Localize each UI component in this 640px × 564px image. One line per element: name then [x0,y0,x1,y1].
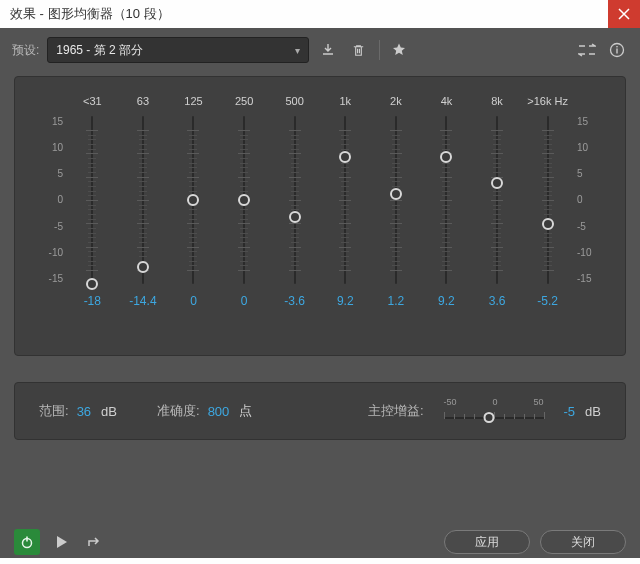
range-value[interactable]: 36 [77,404,91,419]
power-toggle[interactable] [14,529,40,555]
master-gain-slider[interactable]: -50 0 50 [444,399,544,423]
accuracy-group: 准确度: 800 点 [157,402,252,420]
delete-preset-icon[interactable] [347,39,369,61]
import-preset-icon[interactable] [317,39,339,61]
band-thumb[interactable] [137,261,149,273]
band-slider[interactable] [436,116,456,284]
scale-tick: 0 [577,194,583,205]
master-scale-mid: 0 [493,397,498,407]
band-freq-label: 2k [390,95,402,116]
band-freq-label: 1k [339,95,351,116]
band-freq-label: <31 [83,95,102,116]
band-freq-label: >16k Hz [527,95,568,116]
favorite-icon[interactable] [388,39,410,61]
eq-band: 1k9.2 [321,95,369,343]
eq-band: >16k Hz-5.2 [524,95,572,343]
apply-button[interactable]: 应用 [444,530,530,554]
svg-rect-2 [616,49,617,54]
range-label: 范围: [39,402,69,420]
eq-band: 63-14.4 [119,95,167,343]
band-slider[interactable] [82,116,102,284]
band-freq-label: 125 [184,95,202,116]
master-gain-value[interactable]: -5 [564,404,576,419]
eq-band: 500-3.6 [271,95,319,343]
eq-bands: <31-1863-14.412502500500-3.61k9.22k1.24k… [67,95,573,343]
scale-tick: 15 [52,116,63,127]
preset-toolbar: 预设: 1965 - 第 2 部分 ▾ [0,28,640,72]
preset-dropdown[interactable]: 1965 - 第 2 部分 ▾ [47,37,309,63]
band-slider[interactable] [335,116,355,284]
band-freq-label: 500 [285,95,303,116]
band-value[interactable]: 3.6 [489,294,506,310]
eq-band: <31-18 [68,95,116,343]
band-value[interactable]: 1.2 [388,294,405,310]
scale-tick: 5 [577,168,583,179]
band-thumb[interactable] [491,177,503,189]
scale-tick: 0 [57,194,63,205]
band-value[interactable]: -5.2 [537,294,558,310]
band-freq-label: 63 [137,95,149,116]
chevron-down-icon: ▾ [295,45,300,56]
window-close-button[interactable] [608,0,640,28]
master-gain-label: 主控增益: [368,402,424,420]
eq-band: 4k9.2 [422,95,470,343]
accuracy-label: 准确度: [157,402,200,420]
close-button[interactable]: 关闭 [540,530,626,554]
accuracy-value[interactable]: 800 [208,404,230,419]
preset-label: 预设: [12,42,39,59]
band-value[interactable]: 0 [190,294,197,310]
scale-tick: -10 [577,247,591,258]
band-value[interactable]: 0 [241,294,248,310]
info-icon[interactable] [606,39,628,61]
band-thumb[interactable] [187,194,199,206]
svg-rect-4 [26,537,28,542]
band-freq-label: 8k [491,95,503,116]
band-thumb[interactable] [440,151,452,163]
band-value[interactable]: -3.6 [284,294,305,310]
master-gain-group: 主控增益: -50 0 50 -5 dB [368,399,601,423]
scale-left: 151050-5-10-15 [37,95,67,343]
band-slider[interactable] [133,116,153,284]
scale-tick: -15 [577,273,591,284]
scale-tick: -15 [49,273,63,284]
master-scale-max: 50 [534,397,544,407]
eq-band: 1250 [169,95,217,343]
toolbar-separator [379,40,380,60]
eq-band: 2k1.2 [372,95,420,343]
equalizer-panel: 151050-5-10-15 <31-1863-14.412502500500-… [14,76,626,356]
scale-tick: -10 [49,247,63,258]
band-freq-label: 250 [235,95,253,116]
band-thumb[interactable] [390,188,402,200]
band-slider[interactable] [234,116,254,284]
band-thumb[interactable] [339,151,351,163]
title-bar: 效果 - 图形均衡器（10 段） [0,0,640,28]
footer-panel: 范围: 36 dB 准确度: 800 点 主控增益: -50 0 50 -5 d… [14,382,626,440]
band-slider[interactable] [285,116,305,284]
scale-tick: -5 [54,221,63,232]
band-value[interactable]: -14.4 [129,294,156,310]
band-slider[interactable] [183,116,203,284]
scale-tick: -5 [577,221,586,232]
master-gain-thumb[interactable] [483,412,494,423]
scale-tick: 5 [57,168,63,179]
band-slider[interactable] [538,116,558,284]
play-button[interactable] [50,530,74,554]
band-value[interactable]: 9.2 [438,294,455,310]
svg-rect-1 [616,46,617,47]
eq-band: 8k3.6 [473,95,521,343]
routing-icon[interactable] [576,39,598,61]
band-thumb[interactable] [86,278,98,290]
band-slider[interactable] [487,116,507,284]
loop-button[interactable] [82,530,106,554]
band-slider[interactable] [386,116,406,284]
master-gain-unit: dB [585,404,601,419]
eq-band: 2500 [220,95,268,343]
band-value[interactable]: 9.2 [337,294,354,310]
band-value[interactable]: -18 [84,294,101,310]
window-title: 效果 - 图形均衡器（10 段） [10,5,608,23]
band-thumb[interactable] [238,194,250,206]
scale-tick: 10 [52,142,63,153]
band-thumb[interactable] [542,218,554,230]
band-thumb[interactable] [289,211,301,223]
scale-tick: 15 [577,116,588,127]
